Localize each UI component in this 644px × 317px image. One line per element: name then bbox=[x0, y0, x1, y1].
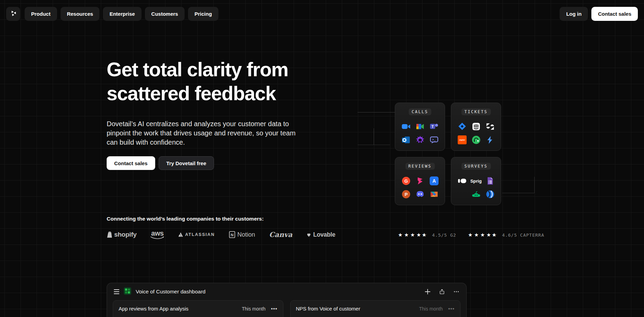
more-icon[interactable] bbox=[453, 289, 459, 295]
hero-description-line: pinpoint the work that drives usage and … bbox=[107, 129, 296, 138]
integration-card-surveys: SURVEYS Sprig bbox=[451, 157, 501, 205]
widget-title: NPS from Voice of customer bbox=[296, 306, 360, 312]
lovable-heart-icon bbox=[306, 232, 311, 237]
zapier-icon: zapier bbox=[458, 135, 467, 144]
dashboard-grid-icon bbox=[124, 287, 131, 296]
teams-letter: T bbox=[431, 124, 434, 129]
nav-item-customers[interactable]: Customers bbox=[145, 7, 185, 21]
lovable-wordmark: Lovable bbox=[313, 231, 335, 238]
hero-try-dovetail-free-button[interactable]: Try Dovetail free bbox=[159, 156, 214, 170]
widget-nps: NPS from Voice of customer This month ••… bbox=[290, 300, 461, 317]
dashboard-widgets: App reviews from App analysis This month… bbox=[107, 300, 466, 317]
widget-more-icon[interactable]: ••• bbox=[448, 306, 455, 312]
notion-logo: N Notion bbox=[229, 231, 255, 238]
surveys-icons: Sprig bbox=[451, 176, 501, 199]
zoom-icon bbox=[402, 122, 411, 131]
dashboard-title: Voice of Customer dashboard bbox=[136, 289, 205, 295]
card-label-tickets: TICKETS bbox=[461, 108, 491, 115]
capterra-rating-text: 4.6/5 CAPTERRA bbox=[502, 233, 545, 238]
g2-stars: ★★★★★★ bbox=[397, 232, 428, 238]
capterra-source: CAPTERRA bbox=[520, 233, 545, 238]
hero-contact-sales-button[interactable]: Contact sales bbox=[107, 156, 155, 170]
jira-icon bbox=[458, 122, 467, 131]
shopify-logo: shopify bbox=[107, 231, 136, 238]
intercom-icon bbox=[472, 122, 481, 131]
capterra-score: 4.6/5 bbox=[502, 233, 517, 238]
card-label-surveys: SURVEYS bbox=[461, 163, 491, 170]
integration-card-reviews: REVIEWS G A P bbox=[395, 157, 445, 205]
landing-page: Product Resources Enterprise Customers P… bbox=[0, 0, 644, 317]
add-icon[interactable] bbox=[425, 289, 431, 295]
shopify-wordmark: shopify bbox=[114, 231, 136, 238]
canva-logo: Canva bbox=[269, 230, 292, 239]
period-selector[interactable]: This month bbox=[242, 306, 265, 312]
logos-heading: Connecting the world’s leading companies… bbox=[107, 216, 264, 222]
nav-items: Product Resources Enterprise Customers P… bbox=[25, 7, 218, 21]
grid-highlight-segment bbox=[502, 193, 534, 193]
widget-more-icon[interactable]: ••• bbox=[271, 306, 278, 312]
dashboard-preview: Voice of Customer dashboard App reviews … bbox=[107, 283, 467, 317]
pink-bolt-icon bbox=[416, 176, 425, 185]
terminal-chat-icon: >_ bbox=[430, 135, 439, 144]
lightning-bolt-icon bbox=[486, 135, 495, 144]
aws-wordmark: aws bbox=[151, 230, 163, 236]
widget-title: App reviews from App analysis bbox=[119, 306, 188, 312]
microsoft-teams-icon: T bbox=[430, 122, 439, 131]
card-label-reviews: REVIEWS bbox=[405, 163, 434, 170]
log-in-button[interactable]: Log in bbox=[560, 7, 588, 21]
company-logos-row: shopify aws ATLASSIAN N Notion Canva bbox=[107, 228, 335, 241]
lovable-logo: Lovable bbox=[306, 231, 335, 238]
ratings-row: ★★★★★★ 4.5/5 G2 ★★★★★★ 4.6/5 CAPTERRA bbox=[397, 232, 544, 238]
grid-highlight-segment bbox=[534, 177, 535, 193]
g2-letter: G bbox=[404, 179, 407, 184]
sprig-wordmark: Sprig bbox=[470, 179, 482, 184]
integration-card-calls: CALLS T >_ bbox=[395, 103, 445, 151]
widget-app-reviews: App reviews from App analysis This month… bbox=[113, 300, 283, 317]
canva-wordmark: Canva bbox=[269, 230, 292, 239]
contact-sales-button[interactable]: Contact sales bbox=[591, 7, 638, 21]
hero-description: Dovetail’s AI centralizes and analyzes y… bbox=[107, 119, 296, 147]
hero-title: Get total clarity from scattered feedbac… bbox=[107, 57, 288, 105]
terminal-prompt-glyph: >_ bbox=[432, 138, 435, 141]
empty-cell bbox=[458, 190, 467, 199]
menu-icon[interactable] bbox=[114, 289, 119, 294]
grid-highlight-segment bbox=[358, 145, 390, 145]
nav-item-product[interactable]: Product bbox=[25, 7, 57, 21]
product-hunt-icon: P bbox=[402, 190, 411, 199]
multicolor-gem-icon bbox=[430, 190, 439, 199]
typeform-icon bbox=[458, 176, 467, 185]
surveymonkey-icon bbox=[472, 190, 481, 199]
dashboard-actions bbox=[425, 289, 459, 295]
capterra-rating: ★★★★★★ 4.6/5 CAPTERRA bbox=[467, 232, 545, 238]
grid-highlight-segment bbox=[374, 128, 374, 145]
card-label-calls: CALLS bbox=[408, 108, 431, 115]
notion-wordmark: Notion bbox=[237, 231, 255, 238]
notion-mark-icon: N bbox=[229, 231, 236, 238]
g2-rating: ★★★★★★ 4.5/5 G2 bbox=[397, 232, 456, 238]
g2-icon: G bbox=[402, 176, 411, 185]
hero-description-line: Dovetail’s AI centralizes and analyzes y… bbox=[107, 119, 296, 129]
nav-item-resources[interactable]: Resources bbox=[61, 7, 100, 21]
integration-card-tickets: TICKETS zapier bbox=[451, 103, 501, 151]
hero-cta-group: Contact sales Try Dovetail free bbox=[107, 156, 214, 170]
nav-right: Log in Contact sales bbox=[560, 7, 638, 21]
grid-background bbox=[0, 0, 644, 317]
hero-description-line: can build with confidence. bbox=[107, 138, 296, 147]
blue-swirl-icon bbox=[486, 190, 495, 199]
zendesk-icon bbox=[486, 122, 495, 131]
dashboard-header: Voice of Customer dashboard bbox=[107, 283, 466, 300]
freshdesk-headset-icon bbox=[472, 135, 481, 144]
product-hunt-letter: P bbox=[404, 192, 407, 197]
discord-icon bbox=[416, 190, 425, 199]
app-store-letter: A bbox=[432, 178, 435, 184]
nav-item-pricing[interactable]: Pricing bbox=[188, 7, 218, 21]
share-icon[interactable] bbox=[439, 289, 445, 295]
nav-item-enterprise[interactable]: Enterprise bbox=[103, 7, 141, 21]
shopify-bag-icon bbox=[107, 231, 112, 238]
g2-score: 4.5/5 bbox=[432, 233, 447, 238]
google-forms-icon bbox=[486, 176, 495, 185]
purple-starburst-icon bbox=[416, 135, 425, 144]
period-selector[interactable]: This month bbox=[419, 306, 443, 312]
aws-smile-icon bbox=[150, 236, 164, 239]
dovetail-logo-button[interactable] bbox=[6, 7, 20, 21]
